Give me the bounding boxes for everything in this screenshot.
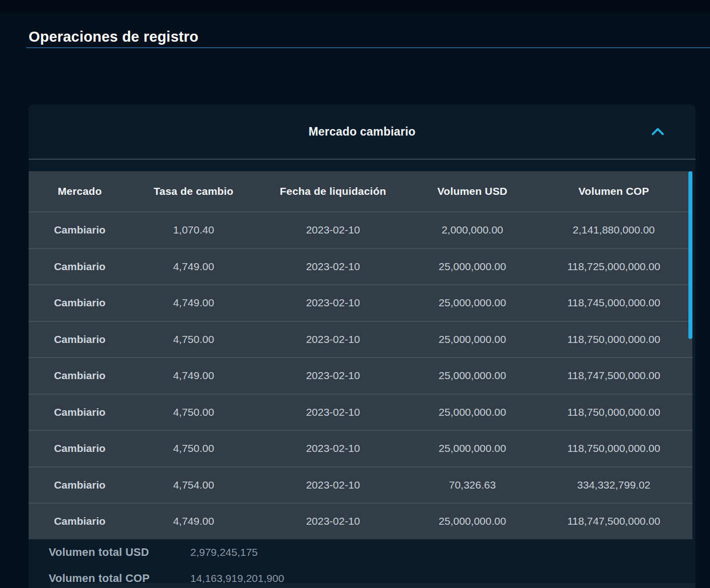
table-cell: 2023-02-10	[256, 333, 409, 345]
table-row[interactable]: Cambiario4,750.002023-02-1025,000,000.00…	[29, 394, 692, 430]
table-scrollbar[interactable]	[688, 171, 692, 339]
table-cell: 70,326.63	[410, 479, 535, 491]
chevron-up-icon[interactable]	[649, 125, 666, 138]
table-cell: Cambiario	[29, 224, 131, 236]
panel-title: Mercado cambiario	[308, 125, 415, 139]
table-row[interactable]: Cambiario4,750.002023-02-1025,000,000.00…	[29, 430, 692, 466]
table-cell: 2,141,880,000.00	[535, 224, 692, 236]
table-cell: 25,000,000.00	[410, 333, 535, 345]
table-cell: 4,749.00	[131, 261, 257, 273]
table-row[interactable]: Cambiario4,749.002023-02-1025,000,000.00…	[29, 357, 692, 394]
table-cell: 2023-02-10	[256, 479, 409, 491]
table-cell: 25,000,000.00	[410, 515, 535, 527]
table-cell: 2023-02-10	[256, 297, 409, 309]
bottom-strip	[50, 583, 695, 588]
column-header-4: Volumen COP	[535, 185, 692, 197]
table-cell: 4,750.00	[131, 406, 257, 418]
table-cell: Cambiario	[29, 479, 131, 491]
table-cell: Cambiario	[29, 333, 131, 345]
table-cell: 2023-02-10	[256, 261, 409, 273]
table-cell: 118,745,000,000.00	[535, 297, 692, 309]
table-cell: Cambiario	[29, 297, 131, 309]
title-underline	[26, 47, 710, 48]
table-row[interactable]: Cambiario1,070.402023-02-102,000,000.002…	[29, 211, 692, 248]
table-header-row: MercadoTasa de cambioFecha de liquidació…	[29, 171, 692, 211]
total-usd-value: 2,979,245,175	[190, 546, 258, 558]
table-cell: Cambiario	[29, 370, 131, 382]
table-cell: 4,754.00	[131, 479, 257, 491]
table-cell: 2,000,000.00	[410, 224, 535, 236]
column-header-3: Volumen USD	[410, 185, 535, 197]
table-cell: 1,070.40	[131, 224, 257, 236]
page-title: Operaciones de registro	[29, 29, 198, 45]
table-cell: 4,750.00	[131, 333, 257, 345]
table-cell: 2023-02-10	[256, 370, 409, 382]
table-body: Cambiario1,070.402023-02-102,000,000.002…	[29, 211, 692, 539]
table-row[interactable]: Cambiario4,749.002023-02-1025,000,000.00…	[29, 503, 692, 539]
table-cell: 25,000,000.00	[410, 261, 535, 273]
table-row[interactable]: Cambiario4,749.002023-02-1025,000,000.00…	[29, 284, 692, 321]
column-header-2: Fecha de liquidación	[256, 185, 409, 197]
table-cell: 2023-02-10	[256, 224, 409, 236]
table-cell: 118,725,000,000.00	[535, 261, 692, 273]
table-cell: 2023-02-10	[256, 442, 409, 454]
table-cell: 118,747,500,000.00	[535, 515, 692, 527]
table-cell: 2023-02-10	[256, 406, 409, 418]
table-cell: 118,747,500,000.00	[535, 370, 692, 382]
panel-header[interactable]: Mercado cambiario	[29, 104, 695, 159]
top-bar	[0, 0, 710, 13]
table-cell: 118,750,000,000.00	[535, 333, 692, 345]
total-usd-label: Volumen total USD	[49, 546, 190, 559]
table-cell: 4,749.00	[131, 297, 257, 309]
table-cell: 4,749.00	[131, 370, 257, 382]
table-row[interactable]: Cambiario4,754.002023-02-1070,326.63334,…	[29, 466, 692, 503]
column-header-1: Tasa de cambio	[131, 185, 257, 197]
mercado-cambiario-panel: Mercado cambiario MercadoTasa de cambioF…	[29, 104, 695, 588]
table-row[interactable]: Cambiario4,750.002023-02-1025,000,000.00…	[29, 321, 692, 358]
operations-table: MercadoTasa de cambioFecha de liquidació…	[29, 171, 692, 539]
table-cell: 118,750,000,000.00	[535, 442, 692, 454]
table-cell: Cambiario	[29, 442, 131, 454]
table-cell: 25,000,000.00	[410, 370, 535, 382]
table-row[interactable]: Cambiario4,749.002023-02-1025,000,000.00…	[29, 248, 692, 285]
table-cell: Cambiario	[29, 406, 131, 418]
panel-header-divider	[29, 159, 695, 160]
totals-section: Volumen total USD 2,979,245,175 Volumen …	[29, 539, 695, 588]
column-header-0: Mercado	[29, 185, 131, 197]
table-cell: Cambiario	[29, 261, 131, 273]
table-cell: 4,750.00	[131, 442, 257, 454]
table-cell: 334,332,799.02	[535, 479, 692, 491]
table-cell: 2023-02-10	[256, 515, 409, 527]
table-cell: 25,000,000.00	[410, 442, 535, 454]
table-cell: 4,749.00	[131, 515, 257, 527]
table-cell: 118,750,000,000.00	[535, 406, 692, 418]
table-cell: 25,000,000.00	[410, 406, 535, 418]
total-usd-line: Volumen total USD 2,979,245,175	[49, 539, 695, 565]
table-cell: 25,000,000.00	[410, 297, 535, 309]
total-cop-value: 14,163,919,201,900	[190, 572, 284, 584]
table-cell: Cambiario	[29, 515, 131, 527]
